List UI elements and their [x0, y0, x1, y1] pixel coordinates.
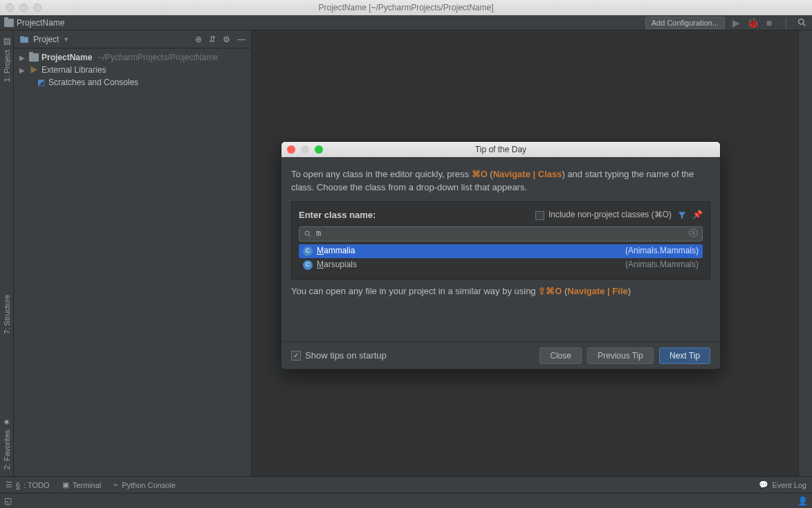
project-view-dropdown[interactable]: Project ▼: [19, 35, 69, 44]
keyboard-shortcut: ⇧⌘O: [538, 286, 562, 296]
hector-icon[interactable]: 👤: [797, 496, 808, 506]
svg-point-4: [305, 231, 309, 235]
list-icon: ☰: [6, 480, 12, 489]
search-everywhere-icon[interactable]: [797, 17, 808, 28]
include-non-project-checkbox[interactable]: Include non-project classes (⌘O): [535, 209, 672, 221]
clear-input-icon[interactable]: ⓧ: [689, 227, 698, 240]
hide-icon[interactable]: —: [237, 35, 246, 44]
search-results: C Mammalia (Animals.Mammals) C Marsupial…: [299, 244, 703, 272]
collapse-icon[interactable]: ⇵: [209, 35, 216, 44]
search-icon: [304, 230, 312, 238]
list-item[interactable]: C Mammalia (Animals.Mammals): [299, 244, 703, 258]
previous-tip-button[interactable]: Previous Tip: [587, 347, 654, 364]
bottom-todo[interactable]: ☰ 6: TODO: [6, 480, 50, 489]
svg-rect-2: [20, 37, 28, 42]
dialog-footer: ✓ Show tips on startup Close Previous Ti…: [282, 341, 720, 369]
class-icon: C: [303, 246, 313, 256]
include-label: Include non-project classes (⌘O): [548, 209, 672, 221]
folder-icon: [29, 53, 39, 62]
debug-icon[interactable]: 🐞: [747, 17, 758, 28]
tree-external-libs-label: External Libraries: [41, 65, 106, 75]
next-tip-button[interactable]: Next Tip: [659, 347, 710, 364]
tree-scratches-label: Scratches and Consoles: [48, 78, 138, 87]
tip-text-1: To open any class in the editor quickly,…: [291, 168, 710, 194]
pin-icon[interactable]: 📌: [692, 209, 703, 221]
tip-text-2: You can open any file in your project in…: [291, 285, 710, 298]
bottom-terminal[interactable]: ▣ Terminal: [62, 480, 102, 489]
tree-root-row[interactable]: ▶ ProjectName ~/PycharmProjects/ProjectN…: [14, 51, 251, 64]
search-input[interactable]: m ⓧ: [299, 226, 703, 242]
checkbox-icon: ✓: [291, 351, 301, 361]
bottom-python-console[interactable]: ⌁ Python Console: [113, 480, 176, 489]
window-max-icon[interactable]: [33, 3, 41, 12]
tip-of-day-dialog: Tip of the Day To open any class in the …: [281, 141, 721, 370]
gutter-favorites-label: 2: Favorites: [3, 430, 11, 469]
bottom-tool-bar: ☰ 6: TODO ▣ Terminal ⌁ Python Console 💬 …: [0, 476, 812, 493]
svg-rect-3: [20, 36, 24, 37]
result-location: (Animals.Mammals): [625, 245, 699, 257]
search-input-value: m: [316, 228, 685, 239]
dialog-max-icon[interactable]: [315, 145, 323, 154]
project-tree[interactable]: ▶ ProjectName ~/PycharmProjects/ProjectN…: [14, 48, 251, 91]
project-header: Project ▼ ⊕ ⇵ ⚙ —: [14, 30, 251, 48]
bottom-pyconsole-label: Python Console: [122, 481, 176, 489]
window-controls: [0, 3, 41, 12]
project-header-label: Project: [33, 35, 59, 44]
gear-icon[interactable]: ⚙: [223, 35, 230, 44]
dialog-close-icon[interactable]: [287, 145, 295, 154]
window-close-icon[interactable]: [6, 3, 14, 12]
menu-path-link: Navigate | Class: [493, 169, 562, 179]
star-icon: ★: [2, 417, 12, 427]
window-min-icon[interactable]: [19, 3, 28, 12]
breadcrumb-label: ProjectName: [17, 18, 64, 28]
navigation-bar: ProjectName Add Configuration... ▶ 🐞 ■ |: [0, 15, 812, 30]
gutter-structure[interactable]: 7: Structure: [3, 295, 11, 334]
checkbox-icon: [535, 211, 544, 220]
bottom-todo-label: : TODO: [24, 481, 50, 489]
divider: |: [780, 17, 791, 28]
svg-line-5: [309, 235, 311, 237]
result-name: Mammalia: [317, 245, 355, 257]
bottom-event-log-label: Event Log: [772, 481, 806, 489]
close-button[interactable]: Close: [539, 347, 582, 364]
tree-root-path: ~/PycharmProjects/ProjectName: [98, 53, 218, 62]
folder-icon: [4, 19, 14, 27]
show-tips-checkbox[interactable]: ✓ Show tips on startup: [291, 350, 387, 361]
result-location: (Animals.Mammals): [625, 259, 699, 271]
locate-icon[interactable]: ⊕: [195, 35, 202, 44]
chevron-right-icon[interactable]: ▶: [19, 54, 26, 62]
gutter-favorites[interactable]: 2: Favorites ★: [2, 417, 12, 469]
dialog-title: Tip of the Day: [282, 145, 720, 154]
tip-screenshot: Enter class name: Include non-project cl…: [291, 201, 710, 280]
gutter-project[interactable]: 1: Project ▤: [2, 37, 12, 82]
svg-point-0: [799, 19, 804, 25]
run-icon[interactable]: ▶: [730, 17, 741, 28]
bottom-event-log[interactable]: 💬 Event Log: [759, 480, 806, 489]
search-prompt-label: Enter class name:: [299, 209, 376, 222]
right-tool-gutter: [798, 30, 812, 476]
tree-scratches-row[interactable]: ◩ Scratches and Consoles: [14, 76, 251, 89]
bottom-terminal-label: Terminal: [73, 481, 102, 489]
scratches-icon: ◩: [36, 78, 46, 87]
tree-external-libs-row[interactable]: ▶ ⫸ External Libraries: [14, 64, 251, 76]
chevron-right-icon[interactable]: ▶: [19, 66, 26, 74]
window-title: ProjectName [~/PycharmProjects/ProjectNa…: [0, 3, 812, 12]
chevron-down-icon: ▼: [63, 36, 69, 43]
stop-icon[interactable]: ■: [764, 17, 775, 28]
macos-titlebar: ProjectName [~/PycharmProjects/ProjectNa…: [0, 0, 812, 15]
result-name: Marsupials: [317, 259, 357, 271]
project-tool-window: Project ▼ ⊕ ⇵ ⚙ — ▶ ProjectName ~/Pychar…: [14, 30, 252, 476]
filter-icon[interactable]: [677, 210, 687, 220]
bottom-todo-num: 6: [16, 481, 20, 489]
python-icon: ⌁: [113, 480, 118, 489]
breadcrumb[interactable]: ProjectName: [4, 18, 64, 28]
show-tips-label: Show tips on startup: [305, 350, 387, 361]
list-item[interactable]: C Marsupials (Animals.Mammals): [299, 258, 703, 272]
gutter-project-label: 1: Project: [3, 50, 11, 82]
tip-text-segment: To open any class in the editor quickly,…: [291, 169, 472, 179]
left-tool-gutter: 1: Project ▤ 7: Structure 2: Favorites ★: [0, 30, 14, 476]
library-icon: ⫸: [29, 65, 39, 75]
class-icon: C: [303, 260, 313, 270]
tool-window-toggle-icon[interactable]: ◱: [4, 496, 12, 506]
add-configuration-button[interactable]: Add Configuration...: [645, 17, 725, 29]
